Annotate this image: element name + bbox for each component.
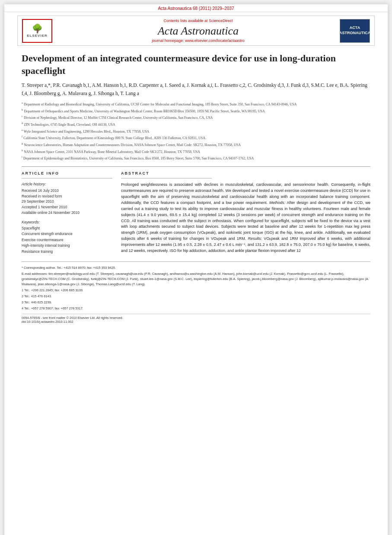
aff-sup-c: c — [22, 115, 23, 118]
journal-citation: Acta Astronautica 68 (2011) 2029–2037 — [158, 6, 234, 11]
homepage-url[interactable]: www.elsevier.com/locate/actaastro — [185, 38, 245, 43]
sciencedirect-link-text[interactable]: ScienceDirect — [209, 19, 233, 23]
affiliation-h: h NASA Johnson Space Center, 2101 NASA P… — [22, 148, 370, 155]
received-revised-date: 29 September 2010 — [22, 199, 112, 204]
tree-icon: 🌳 — [32, 24, 43, 33]
paper-title: Development of an integrated countermeas… — [22, 52, 370, 77]
aff-text-b: Department of Orthopaedics and Sports Me… — [24, 109, 265, 113]
two-col-section: ARTICLE INFO Article history: Received 1… — [22, 171, 370, 255]
contents-text: Contents lists available at — [163, 19, 207, 23]
aff-sup-d: d — [22, 121, 23, 124]
doi-text: doi:10.1016/j.actaastro.2010.11.002 — [22, 320, 73, 324]
aff-text-i: Department of Epidemiology and Biostatis… — [23, 156, 254, 160]
article-history-title: Article history: — [22, 182, 112, 186]
top-bar: Acta Astronautica 68 (2011) 2029–2037 — [4, 4, 388, 12]
footnote-2: 2 Tel.: 415 476 6143. — [22, 294, 370, 299]
aff-text-f: California State University, Fullerton, … — [23, 136, 206, 140]
aff-text-g: Neuroscience Laboratories, Human Adaptat… — [24, 143, 241, 147]
page: Acta Astronautica 68 (2011) 2029–2037 🌳 … — [4, 4, 388, 535]
aff-sup-e: e — [22, 128, 23, 131]
article-info-col: ARTICLE INFO Article history: Received 1… — [22, 171, 112, 255]
footnote-1: 1 Tel.: +206 221 2845; fax: +206 685 313… — [22, 288, 370, 293]
aff-sup-f: f — [22, 135, 22, 138]
keyword-0: Spaceflight — [22, 226, 112, 232]
abstract-body: Prolonged weightlessness is associated w… — [121, 182, 370, 254]
affiliation-c: c Division of Nephrology, Medical Direct… — [22, 114, 370, 121]
authors-text: T. Streeper a,*, P.R. Cavanagh b,1, A.M.… — [22, 83, 367, 96]
footnote-4: 4 Tel.: +657 278 5907; fax: +657 278 531… — [22, 306, 370, 311]
affiliation-i: i Department of Epidemiology and Biostat… — [22, 155, 370, 161]
journal-logo-right: ACTAASTRONAUTICA — [340, 19, 370, 43]
keyword-4: Resistance training — [22, 249, 112, 255]
journal-header: 🌳 ELSEVIER Contents lists available at S… — [17, 16, 375, 46]
affiliations: a Department of Radiology and Biomedical… — [22, 101, 370, 161]
journal-name: Acta Astronautica — [61, 25, 335, 38]
aa-logo-text: ACTAASTRONAUTICA — [340, 25, 370, 35]
elsevier-wordmark: ELSEVIER — [27, 34, 48, 38]
received-revised-label: Received in revised form — [22, 194, 112, 199]
aff-text-e: Wyle Integrated Science and Engineering,… — [24, 129, 149, 133]
homepage-label: journal homepage: — [152, 38, 184, 43]
footnote-1-text: 1 Tel.: +206 221 2845; fax: +206 685 313… — [22, 288, 83, 292]
footnote-2-text: 2 Tel.: 415 476 6143. — [22, 294, 52, 298]
email-line: E-mail addresses: tim.streeper@radiology… — [22, 271, 370, 287]
sciencedirect-line: Contents lists available at ScienceDirec… — [61, 19, 335, 23]
affiliation-a: a Department of Radiology and Biomedical… — [22, 101, 370, 107]
copyright-text: 0094-5765/$ - see front matter © 2010 El… — [22, 316, 123, 320]
keywords-title: Keywords: — [22, 220, 112, 224]
aff-text-d: ZIN Technologies, 6745 Engle Road, Cleve… — [24, 123, 115, 127]
aff-sup-h: h — [22, 149, 23, 152]
authors: T. Streeper a,*, P.R. Cavanagh b,1, A.M.… — [22, 81, 370, 97]
footnote-3: 3 Tel.: 440 625 2239. — [22, 300, 370, 305]
footer-section: * Corresponding author. Tel.: +415 514 8… — [22, 261, 370, 324]
available-date: Available online 24 November 2010 — [22, 210, 112, 216]
keyword-3: High-intensity interval training — [22, 243, 112, 249]
abstract-header: ABSTRACT — [121, 171, 370, 175]
affiliation-b: b Department of Orthopaedics and Sports … — [22, 108, 370, 114]
article-info-header: ARTICLE INFO — [22, 171, 112, 175]
results-label: Results: — [248, 236, 262, 241]
journal-center: Contents lists available at ScienceDirec… — [61, 19, 335, 43]
aff-sup-i: i — [22, 155, 22, 158]
keyword-2: Exercise countermeasure — [22, 237, 112, 243]
abstract-divider — [121, 178, 212, 178]
affiliation-g: g Neuroscience Laboratories, Human Adapt… — [22, 141, 370, 148]
received-date: Received 16 July 2010 — [22, 188, 112, 194]
accepted-date: Accepted 1 November 2010 — [22, 204, 112, 210]
email-label: E-mail addresses: — [22, 272, 48, 276]
affiliation-f: f California State University, Fullerton… — [22, 134, 370, 141]
aff-text-h: NASA Johnson Space Center, 2101 NASA Par… — [24, 150, 200, 153]
aff-sup-g: g — [22, 142, 23, 145]
corresponding-author-note: * Corresponding author. Tel.: +415 514 8… — [22, 265, 370, 271]
abstract-col: ABSTRACT Prolonged weightlessness is ass… — [121, 171, 370, 255]
elsevier-logo: 🌳 ELSEVIER — [22, 19, 57, 43]
main-content: Development of an integrated countermeas… — [4, 46, 388, 332]
keyword-1: Concurrent strength endurance — [22, 231, 112, 237]
footnote-4-text: 4 Tel.: +657 278 5907; fax: +657 278 531… — [22, 306, 83, 310]
aff-text-c: Division of Nephrology, Medical Director… — [24, 116, 213, 120]
email-addresses: tim.streeper@radiology.ucsf.edu (T. Stre… — [22, 272, 369, 286]
footnote-3-text: 3 Tel.: 440 625 2239. — [22, 300, 52, 304]
logo-box: 🌳 ELSEVIER — [22, 19, 52, 43]
copyright-line: 0094-5765/$ - see front matter © 2010 El… — [22, 314, 370, 324]
aff-sup-a: a — [22, 101, 23, 104]
aff-text-a: Department of Radiology and Biomedical I… — [24, 102, 296, 106]
affiliation-d: d ZIN Technologies, 6745 Engle Road, Cle… — [22, 121, 370, 127]
aff-sup-b: b — [22, 108, 23, 111]
affiliation-e: e Wyle Integrated Science and Engineerin… — [22, 128, 370, 134]
homepage-line: journal homepage: www.elsevier.com/locat… — [61, 38, 335, 43]
main-divider — [22, 166, 370, 167]
info-divider — [22, 178, 112, 178]
methods-text: After design and development of the CCD,… — [121, 201, 370, 241]
methods-label: Methods: — [269, 201, 285, 205]
